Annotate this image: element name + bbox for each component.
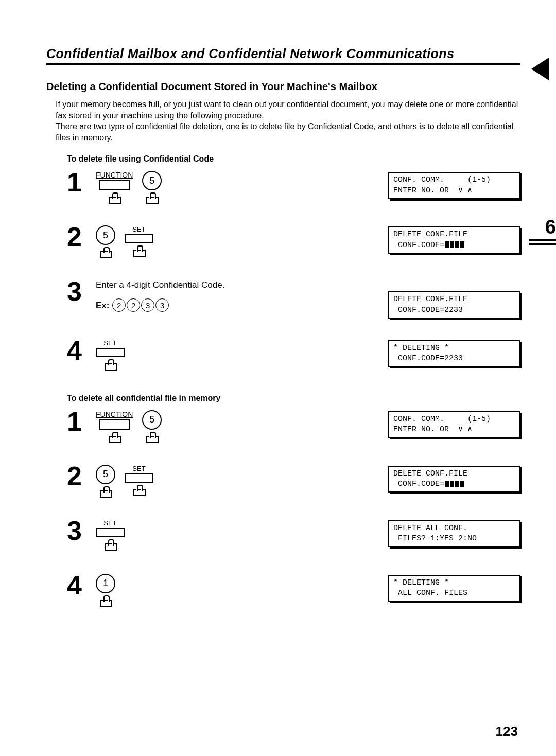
- header-arrow-icon: [531, 58, 549, 80]
- digit-key-5: 5: [96, 225, 115, 258]
- press-icon: [99, 247, 112, 258]
- step-number: 1: [67, 169, 96, 196]
- set-key: SET: [125, 225, 153, 257]
- digit-key-5: 5: [96, 465, 115, 498]
- press-icon: [103, 359, 117, 371]
- press-icon: [99, 486, 112, 498]
- set-key: SET: [96, 339, 125, 371]
- proc-b-step-4: 4 1 * DELETING * ALL CONF. FILES: [67, 572, 520, 608]
- step-number: 2: [67, 463, 96, 489]
- press-icon: [108, 192, 121, 204]
- lcd-display: DELETE ALL CONF. FILES? 1:YES 2:NO: [388, 520, 520, 548]
- procedure-a-heading: To delete file using Confidential Code: [67, 154, 520, 164]
- section-title: Deleting a Confidential Document Stored …: [46, 81, 520, 93]
- lcd-display: * DELETING * CONF.CODE=2233: [388, 340, 520, 367]
- press-icon: [132, 485, 146, 496]
- example-line: Ex: 2233: [96, 298, 291, 312]
- intro-paragraph-1: If your memory becomes full, or you just…: [56, 99, 520, 121]
- function-key: FUNCTION: [96, 410, 133, 443]
- step-number: 4: [67, 572, 96, 599]
- header-title: Confidential Mailbox and Confidential Ne…: [46, 46, 520, 61]
- function-key: FUNCTION: [96, 171, 133, 204]
- proc-a-step-1: 1 FUNCTION 5 CONF. COMM. (1-5) ENTER NO.…: [67, 169, 520, 205]
- page-number: 123: [496, 724, 518, 740]
- digit-key-1: 1: [96, 574, 115, 607]
- step-text: Enter a 4-digit Confidential Code.: [96, 280, 291, 290]
- step-number: 3: [67, 517, 96, 544]
- intro-paragraph-2: There are two type of confidential file …: [56, 121, 520, 143]
- step-number: 4: [67, 337, 96, 364]
- proc-b-step-2: 2 5 SET DELETE CONF.FILE CONF.CODE=: [67, 463, 520, 499]
- proc-a-step-4: 4 SET * DELETING * CONF.CODE=2233: [67, 337, 520, 373]
- procedure-b-heading: To delete all confidential file in memor…: [67, 394, 520, 403]
- digit-key-5: 5: [142, 171, 162, 204]
- step-number: 1: [67, 408, 96, 435]
- page-header: Confidential Mailbox and Confidential Ne…: [46, 46, 520, 65]
- code-placeholder-icon: [444, 240, 465, 251]
- press-icon: [132, 245, 146, 257]
- example-digit: 2: [112, 298, 126, 312]
- press-icon: [99, 595, 112, 607]
- proc-a-step-3: 3 Enter a 4-digit Confidential Code. Ex:…: [67, 278, 520, 319]
- code-placeholder-icon: [444, 479, 465, 489]
- chapter-tab: 6: [529, 216, 556, 245]
- proc-a-step-2: 2 5 SET DELETE CONF.FILE CONF.CODE=: [67, 223, 520, 259]
- step-number: 3: [67, 278, 96, 305]
- example-digit: 3: [141, 298, 154, 312]
- press-icon: [103, 539, 117, 551]
- proc-b-step-3: 3 SET DELETE ALL CONF. FILES? 1:YES 2:NO: [67, 517, 520, 553]
- digit-key-5: 5: [142, 410, 162, 443]
- press-icon: [108, 432, 121, 443]
- press-icon: [145, 192, 159, 204]
- step-number: 2: [67, 223, 96, 250]
- lcd-display: CONF. COMM. (1-5) ENTER NO. OR ∨ ∧: [388, 411, 520, 438]
- example-digit: 2: [127, 298, 140, 312]
- lcd-display: DELETE CONF.FILE CONF.CODE=2233: [388, 291, 520, 319]
- set-key: SET: [96, 519, 125, 551]
- lcd-display: DELETE CONF.FILE CONF.CODE=: [388, 226, 520, 254]
- example-digit: 3: [155, 298, 169, 312]
- proc-b-step-1: 1 FUNCTION 5 CONF. COMM. (1-5) ENTER NO.…: [67, 408, 520, 444]
- lcd-display: DELETE CONF.FILE CONF.CODE=: [388, 466, 520, 493]
- press-icon: [145, 432, 159, 443]
- set-key: SET: [125, 465, 153, 496]
- lcd-display: CONF. COMM. (1-5) ENTER NO. OR ∨ ∧: [388, 172, 520, 199]
- lcd-display: * DELETING * ALL CONF. FILES: [388, 575, 520, 602]
- header-rule: [46, 63, 520, 65]
